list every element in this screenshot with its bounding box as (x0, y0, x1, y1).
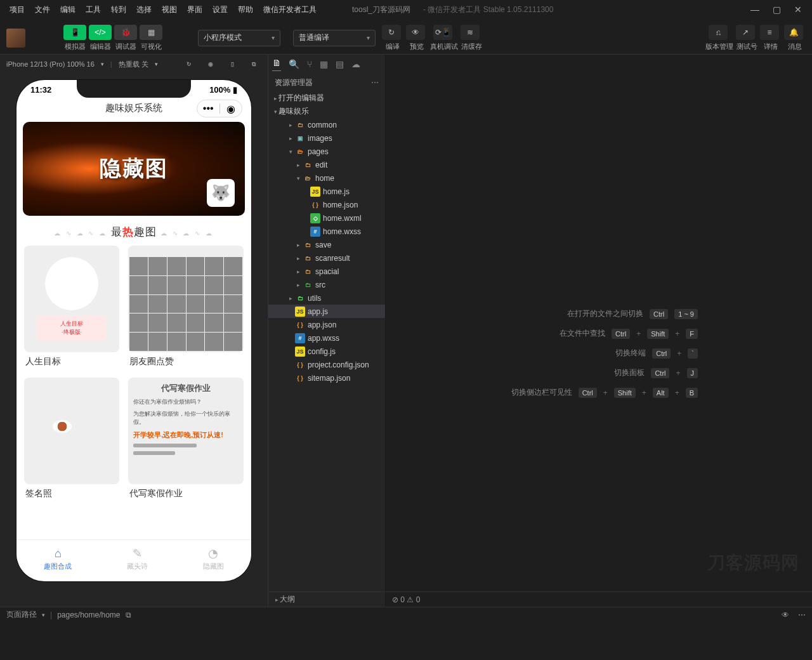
details-button[interactable]: ≡ (760, 25, 779, 40)
tree-item-scanresult[interactable]: ▸🗀scanresult (268, 251, 385, 265)
search-tab-icon[interactable]: 🔍 (289, 59, 299, 69)
status-battery: 100% ▮ (209, 85, 237, 95)
menu-tools[interactable]: 工具 (81, 2, 105, 18)
refresh-icon[interactable]: ↻ (184, 59, 194, 69)
rotate-icon[interactable]: ⧉ (249, 59, 259, 69)
open-editors-section[interactable]: ▸打开的编辑器 (268, 91, 385, 105)
explorer-title: 资源管理器 (275, 77, 313, 88)
tree-item-home[interactable]: ▾🗁home (268, 171, 385, 185)
tree-item-home-wxss[interactable]: #home.wxss (268, 225, 385, 238)
tree-item-edit[interactable]: ▸🗀edit (268, 158, 385, 171)
visualize-toggle[interactable]: ▦ (140, 25, 162, 40)
explorer-tab-icon[interactable]: 🗎 (272, 58, 281, 71)
tree-item-home-wxml[interactable]: ◇home.wxml (268, 211, 385, 225)
more-icon[interactable]: ••• (197, 103, 219, 114)
realdevice-button[interactable]: ⟳📱 (433, 25, 452, 40)
tree-label: scanresult (315, 254, 350, 263)
tree-item-config-js[interactable]: JSconfig.js (268, 345, 385, 358)
compile-button[interactable]: ↻ (382, 25, 401, 40)
menu-view[interactable]: 视图 (157, 2, 181, 18)
tab-compose[interactable]: ⌂趣图合成 (44, 546, 72, 571)
tree-item-project-config-json[interactable]: { }project.config.json (268, 358, 385, 371)
menu-edit[interactable]: 编辑 (56, 2, 80, 18)
tree-item-common[interactable]: ▸🗀common (268, 118, 385, 131)
preview-button[interactable]: 👁 (406, 25, 425, 40)
debugger-label: 调试器 (115, 42, 136, 51)
editor-label: 编辑器 (90, 42, 111, 51)
mode-dropdown[interactable]: 小程序模式▾ (198, 30, 280, 46)
message-button[interactable]: 🔔 (784, 25, 803, 40)
card-life-goal[interactable]: 人生目标·终极版· 人生目标 (24, 246, 119, 371)
menu-ui[interactable]: 界面 (183, 2, 207, 18)
compile-mode-value: 普通编译 (299, 32, 329, 43)
wxml-icon: ◇ (310, 213, 320, 223)
tree-item-sitemap-json[interactable]: { }sitemap.json (268, 371, 385, 385)
problems-count[interactable]: ⊘ 0 ⚠ 0 (392, 595, 420, 604)
tree-item-pages[interactable]: ▾🗁pages (268, 145, 385, 158)
tab-poem[interactable]: ✎藏头诗 (127, 546, 148, 571)
chevron-icon: ▸ (295, 268, 301, 275)
clearcache-button[interactable]: ≋ (461, 25, 480, 40)
tab-hidden[interactable]: ◔隐藏图 (203, 546, 224, 571)
compile-mode-dropdown[interactable]: 普通编译▾ (293, 30, 376, 46)
debugger-toggle[interactable]: 🐞 (114, 25, 137, 40)
git-tab-icon[interactable]: ⑂ (307, 59, 312, 69)
tree-item-spacial[interactable]: ▸🗀spacial (268, 265, 385, 278)
tree-item-home-js[interactable]: JShome.js (268, 185, 385, 198)
device-selector[interactable]: iPhone 12/13 (Pro) 100% 16 (6, 60, 95, 68)
phone-icon[interactable]: ▯ (227, 59, 237, 69)
menu-goto[interactable]: 转到 (107, 2, 131, 18)
menu-select[interactable]: 选择 (132, 2, 156, 18)
copy-icon[interactable]: ⧉ (126, 610, 131, 619)
record-icon[interactable]: ◉ (206, 59, 216, 69)
version-button[interactable]: ⎌ (709, 25, 728, 40)
banner[interactable]: 隐藏图 🐺 (23, 122, 245, 216)
tree-item-utils[interactable]: ▸🗀utils (268, 291, 385, 305)
tree-item-home-json[interactable]: { }home.json (268, 198, 385, 211)
preview-label: 预览 (410, 42, 424, 51)
cloud-tab-icon[interactable]: ☁ (351, 59, 360, 69)
testno-button[interactable]: ↗ (736, 25, 755, 40)
debug-tab-icon[interactable]: ▤ (336, 59, 344, 69)
maximize-button[interactable]: ▢ (768, 2, 785, 17)
menu-settings[interactable]: 设置 (208, 2, 232, 18)
tree-item-save[interactable]: ▸🗀save (268, 238, 385, 251)
extensions-tab-icon[interactable]: ▦ (320, 59, 328, 69)
close-button[interactable]: ✕ (789, 2, 807, 17)
editor-toggle[interactable]: </> (89, 25, 112, 40)
tree-item-images[interactable]: ▸▣images (268, 131, 385, 145)
card-signature[interactable]: 签名照 (24, 378, 119, 503)
tree-label: save (315, 241, 331, 249)
page-path-label[interactable]: 页面路径 (6, 609, 37, 620)
card-friends-like[interactable]: 朋友圈点赞 (128, 246, 244, 371)
simulator-toggle[interactable]: 📱 (63, 25, 86, 40)
shortcut-hint: 切换面板Ctrl+J (614, 367, 698, 378)
menu-help[interactable]: 帮助 (233, 2, 258, 18)
tree-item-src[interactable]: ▸🗀src (268, 278, 385, 291)
menu-devtools[interactable]: 微信开发者工具 (259, 2, 321, 18)
target-icon[interactable]: ◉ (220, 103, 242, 115)
eye-icon[interactable]: 👁 (782, 610, 789, 619)
status-time: 11:32 (30, 85, 51, 95)
menu-file[interactable]: 文件 (30, 2, 55, 18)
minimize-button[interactable]: ― (746, 2, 764, 17)
chevron-down-icon: ▾ (367, 34, 370, 41)
tree-item-app-wxss[interactable]: #app.wxss (268, 331, 385, 345)
tree-item-app-js[interactable]: JSapp.js (268, 305, 385, 318)
tree-item-app-json[interactable]: { }app.json (268, 318, 385, 331)
project-root[interactable]: ▾趣味娱乐 (268, 105, 385, 118)
more-icon[interactable]: ⋯ (371, 78, 379, 87)
hotreload-toggle[interactable]: 热重载 关 (119, 60, 148, 69)
tree-label: project.config.json (308, 360, 369, 369)
keyboard-hints: 在打开的文件之间切换Ctrl1 ~ 9在文件中查找Ctrl+Shift+F切换终… (511, 308, 698, 398)
more-icon[interactable]: ⋯ (798, 610, 806, 619)
current-path[interactable]: pages/home/home (57, 610, 120, 619)
phone-simulator[interactable]: 11:32100% ▮ 趣味娱乐系统 •••◉ 隐藏图 🐺 ☁ ∿ ☁ ∿ ☁ … (16, 80, 251, 581)
card-homework[interactable]: 代写寒假作业 你还在为寒假作业烦恼吗？ 为您解决寒假烦恼，给你一个快乐的寒假。 … (128, 378, 244, 503)
outline-section[interactable]: ▸大纲 (268, 591, 385, 607)
capsule-button[interactable]: •••◉ (197, 100, 242, 117)
menu-project[interactable]: 项目 (5, 2, 29, 18)
shortcut-hint: 切换侧边栏可见性Ctrl+Shift+Alt+B (511, 387, 698, 398)
user-avatar[interactable] (6, 29, 25, 48)
phone-notch (77, 80, 191, 98)
